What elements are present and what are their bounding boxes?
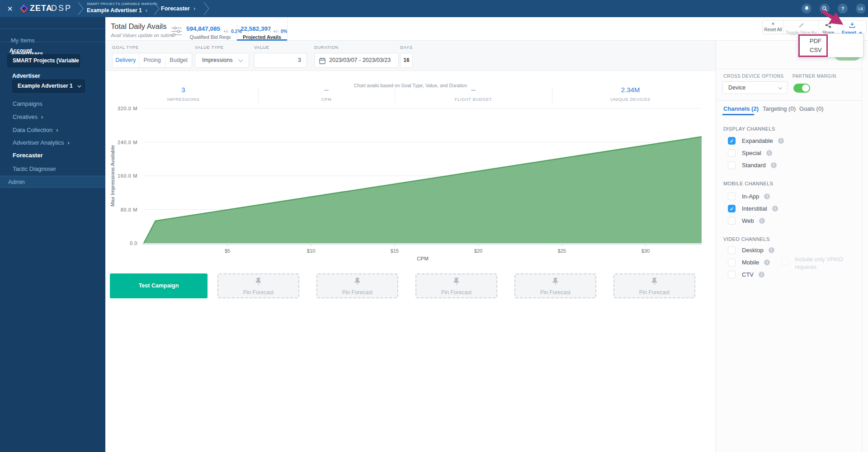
goal-type-budget-button[interactable]: Budget (165, 53, 192, 67)
tab-channels[interactable]: Channels (2) (723, 105, 759, 112)
advertiser-select[interactable]: Example Advertiser 1 (12, 80, 85, 93)
pushpin-icon (453, 278, 460, 287)
info-icon[interactable]: i (766, 150, 772, 156)
checkbox-unchecked[interactable] (728, 193, 736, 200)
svg-text:$10: $10 (307, 248, 315, 254)
info-icon[interactable]: i (764, 193, 770, 199)
sliders-icon[interactable] (171, 26, 182, 37)
partner-margin-toggle[interactable] (793, 84, 810, 93)
display-channels-header: DISPLAY CHANNELS (723, 126, 775, 132)
breadcrumb-advertiser[interactable]: Example Advertiser 1› (87, 7, 157, 14)
metric-flight-budget: --FLIGHT BUDGET (395, 86, 552, 102)
svg-text:320.0 M: 320.0 M (118, 106, 137, 111)
pushpin-icon (552, 278, 559, 287)
test-campaign-button[interactable]: Test Campaign (110, 273, 208, 298)
checkbox-unchecked[interactable] (728, 161, 736, 169)
mobile-channels-header: MOBILE CHANNELS (723, 181, 774, 186)
breadcrumb-page[interactable]: Forecaster› (161, 5, 195, 12)
notifications-button[interactable] (802, 4, 811, 14)
sidebar-item-admin[interactable]: Admin (0, 176, 105, 188)
checkbox-unchecked[interactable] (728, 271, 736, 278)
value-label: VALUE (254, 45, 269, 50)
sidebar-item-forecaster[interactable]: Forecaster (13, 152, 42, 159)
annotation-highlight-box (798, 34, 828, 57)
sidebar-item-creatives[interactable]: Creatives› (13, 113, 43, 120)
metric-unique-devices: 2.34MUNIQUE DEVICES (552, 86, 709, 102)
metric-cpm: --CPM (258, 86, 395, 102)
info-icon[interactable]: i (759, 218, 765, 224)
pin-forecast-slot-3[interactable]: Pin Forecast (415, 273, 497, 298)
pin-forecast-slot-4[interactable]: Pin Forecast (514, 273, 596, 298)
checkbox-unchecked[interactable] (728, 246, 736, 254)
svg-text:80.0 M: 80.0 M (121, 207, 137, 212)
svg-text:240.0 M: 240.0 M (118, 140, 137, 145)
checkbox-interstitial[interactable]: ✓ Interstitial i (728, 205, 778, 212)
pencil-icon (798, 23, 804, 28)
info-icon[interactable]: i (769, 247, 774, 253)
goal-type-pricing-button[interactable]: Pricing (139, 53, 166, 67)
checkbox-disabled (781, 258, 789, 265)
sidebar-item-advertiser-analytics[interactable]: Advertiser Analytics› (13, 139, 70, 146)
pin-forecast-slot-5[interactable]: Pin Forecast (613, 273, 695, 298)
cross-device-select[interactable]: Device (722, 81, 788, 94)
sidebar-item-campaigns[interactable]: Campaigns (13, 100, 42, 107)
chevron-right-icon: › (146, 7, 147, 14)
checkbox-standard[interactable]: Standard i (728, 161, 777, 169)
svg-text:160.0 M: 160.0 M (118, 173, 137, 179)
checkbox-mobile[interactable]: Mobile i (728, 259, 770, 266)
breadcrumb[interactable]: SMART PROJECTS (VARIABLE MARGIN) Example… (87, 2, 157, 14)
checkbox-unchecked[interactable] (728, 149, 736, 157)
goal-type-segmented: Delivery Pricing Budget (112, 53, 192, 68)
toggle-slice-by-button[interactable]: Toggle Slice By (784, 20, 819, 34)
breadcrumb-separator-icon (154, 2, 160, 15)
checkbox-unchecked[interactable] (728, 217, 736, 225)
close-icon[interactable]: × (6, 5, 14, 13)
checkbox-desktop[interactable]: Desktop i (728, 246, 774, 254)
info-icon[interactable]: i (759, 272, 764, 278)
pin-forecast-slot-1[interactable]: Pin Forecast (217, 273, 299, 298)
calendar-icon (319, 57, 326, 64)
checkbox-vpaid-disabled: Include only VPAID requests i (781, 256, 868, 271)
tab-goals[interactable]: Goals (0) (799, 105, 823, 112)
info-icon[interactable]: i (764, 259, 770, 265)
pin-forecast-slot-2[interactable]: Pin Forecast (316, 273, 398, 298)
advertiser-label: Advertiser (12, 73, 40, 79)
cross-device-options-label: CROSS DEVICE OPTIONS (723, 74, 783, 79)
info-icon[interactable]: i (771, 162, 777, 168)
page-title: Total Daily Avails (111, 22, 167, 31)
bell-icon (804, 5, 810, 12)
checkbox-unchecked[interactable] (728, 259, 736, 266)
goal-type-delivery-button[interactable]: Delivery (113, 53, 139, 67)
annotation-arrow (816, 8, 853, 31)
checkbox-expandable[interactable]: ✓ Expandable i (728, 137, 784, 145)
chevron-right-icon: › (56, 127, 58, 133)
checkbox-checked[interactable]: ✓ (728, 137, 736, 145)
checkbox-ctv[interactable]: CTV i (728, 271, 764, 278)
sidebar-item-data-collection[interactable]: Data Collection› (13, 127, 58, 133)
right-panel-divider (716, 69, 862, 69)
value-type-select[interactable]: Impressions (195, 53, 249, 68)
check-icon: ✓ (730, 138, 734, 144)
x-icon: × (763, 22, 783, 27)
pushpin-icon (354, 278, 361, 287)
breadcrumb-project: SMART PROJECTS (VARIABLE MARGIN) (87, 2, 157, 6)
qualified-bid-reqs-label[interactable]: Qualified Bid Reqs (185, 34, 235, 40)
checkbox-in-app[interactable]: In-App i (728, 193, 770, 200)
duration-datepicker[interactable]: 2023/03/07 - 2023/03/23 (314, 53, 399, 68)
sidebar-item-tactic-diagnoser[interactable]: Tactic Diagnoser (13, 165, 56, 172)
projected-avails-delta: +/- 0% (273, 27, 288, 35)
checkbox-web[interactable]: Web i (728, 217, 765, 225)
qualified-bid-reqs-value: 594,847,085 (186, 25, 220, 32)
checkbox-special[interactable]: Special i (728, 149, 772, 157)
breadcrumb-separator-icon (203, 2, 210, 15)
tab-targeting[interactable]: Targeting (0) (763, 105, 796, 112)
checkbox-checked[interactable]: ✓ (728, 205, 736, 212)
sidebar-item-my-items[interactable]: My Items (0, 37, 116, 44)
user-avatar[interactable]: L& (856, 4, 866, 14)
chevron-right-icon: › (67, 139, 69, 146)
value-input[interactable]: 3 (254, 53, 307, 68)
info-icon[interactable]: i (772, 206, 778, 212)
account-select[interactable]: SMART Projects (Variable M... (7, 54, 80, 67)
reset-all-button[interactable]: × Reset All (763, 20, 784, 34)
info-icon[interactable]: i (778, 138, 784, 144)
